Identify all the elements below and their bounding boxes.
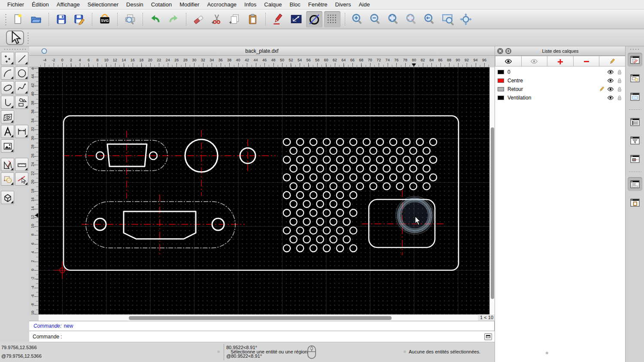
- connector-clearance-outline[interactable]: [86, 202, 235, 248]
- menu-item-cotation[interactable]: Cotation: [147, 1, 176, 8]
- menu-item-aide[interactable]: Aide: [355, 1, 374, 8]
- vent-hole[interactable]: [390, 174, 397, 181]
- vent-hole[interactable]: [297, 227, 304, 234]
- layer-lock-icon[interactable]: [616, 86, 623, 92]
- tool-polyline-button[interactable]: [1, 96, 14, 109]
- cut-button[interactable]: [209, 11, 225, 27]
- vent-hole[interactable]: [337, 209, 343, 216]
- eraser-button[interactable]: [191, 11, 207, 27]
- dock-clipboard-widget-button[interactable]: [628, 196, 642, 209]
- vent-hole[interactable]: [303, 200, 310, 207]
- dock-block-list-button[interactable]: [628, 71, 642, 85]
- dock-library-button[interactable]: [628, 90, 642, 103]
- vent-hole[interactable]: [310, 227, 317, 234]
- vent-hole[interactable]: [283, 227, 290, 234]
- vent-hole[interactable]: [316, 165, 323, 172]
- vent-hole[interactable]: [297, 139, 304, 145]
- vent-hole[interactable]: [283, 156, 290, 163]
- save-button[interactable]: [53, 11, 70, 27]
- vent-hole[interactable]: [350, 209, 357, 216]
- tool-image-button[interactable]: [1, 139, 14, 153]
- vent-hole[interactable]: [416, 139, 423, 145]
- vent-hole[interactable]: [337, 156, 343, 163]
- vent-hole[interactable]: [403, 156, 410, 163]
- vent-hole[interactable]: [310, 174, 317, 181]
- vent-hole[interactable]: [350, 192, 357, 199]
- tool-points-button[interactable]: [1, 52, 14, 65]
- vent-hole[interactable]: [430, 139, 437, 145]
- tool-modify-button[interactable]: [1, 158, 14, 171]
- layer-lock-icon[interactable]: [616, 95, 623, 101]
- vent-hole[interactable]: [350, 139, 357, 145]
- tool-hatch-button[interactable]: [1, 110, 14, 124]
- vent-hole[interactable]: [363, 156, 370, 163]
- vent-hole[interactable]: [430, 156, 437, 163]
- print-preview-button[interactable]: [122, 11, 138, 27]
- vent-hole[interactable]: [350, 174, 357, 181]
- float-panel-button[interactable]: [505, 48, 511, 54]
- vent-hole[interactable]: [396, 147, 403, 154]
- vent-hole[interactable]: [330, 147, 337, 154]
- layer-visibility-eye-icon[interactable]: [607, 69, 614, 75]
- dock-filter-button[interactable]: [628, 133, 642, 147]
- vent-hole[interactable]: [316, 218, 323, 225]
- menu-item-affichage[interactable]: Affichage: [53, 1, 84, 8]
- tool-spline-button[interactable]: [15, 81, 28, 94]
- menu-item-selectionner[interactable]: Sélectionner: [84, 1, 122, 8]
- vent-hole[interactable]: [297, 245, 304, 252]
- vent-hole[interactable]: [330, 183, 337, 190]
- layer-visibility-eye-icon[interactable]: [607, 86, 614, 92]
- vent-hole[interactable]: [290, 218, 297, 225]
- horizontal-scrollbar-thumb[interactable]: [129, 316, 392, 320]
- vent-hole[interactable]: [303, 147, 310, 154]
- hide-all-button[interactable]: [522, 56, 548, 66]
- tool-circle-button[interactable]: [15, 66, 28, 80]
- layer-visibility-eye-icon[interactable]: [607, 78, 614, 84]
- svg-export-button[interactable]: SVG: [97, 11, 113, 27]
- vent-hole[interactable]: [343, 183, 350, 190]
- vent-hole[interactable]: [323, 156, 330, 163]
- close-panel-button[interactable]: [497, 48, 503, 54]
- vent-hole[interactable]: [303, 183, 310, 190]
- vent-hole[interactable]: [343, 200, 350, 207]
- zoom-selection-button[interactable]: [404, 11, 420, 27]
- line-rect-button[interactable]: [288, 11, 304, 27]
- vent-hole[interactable]: [303, 218, 310, 225]
- zoom-pan-button[interactable]: [458, 11, 474, 27]
- vent-hole[interactable]: [430, 174, 437, 181]
- drawing-canvas[interactable]: [39, 67, 489, 314]
- vent-hole[interactable]: [396, 165, 403, 172]
- vent-hole[interactable]: [290, 147, 297, 154]
- vent-hole[interactable]: [283, 245, 290, 252]
- copy-button[interactable]: [227, 11, 243, 27]
- tool-text-button[interactable]: [1, 125, 14, 138]
- vent-hole[interactable]: [356, 183, 363, 190]
- add-layer-button[interactable]: [547, 56, 574, 66]
- menu-item-fenetre[interactable]: Fenêtre: [304, 1, 331, 8]
- layer-lock-icon[interactable]: [616, 78, 623, 84]
- layer-visibility-eye-icon[interactable]: [607, 95, 614, 101]
- zoom-window-button[interactable]: [440, 11, 456, 27]
- tool-line-button[interactable]: [15, 52, 28, 65]
- vent-hole[interactable]: [290, 200, 297, 207]
- menu-item-bloc[interactable]: Bloc: [286, 1, 304, 8]
- vent-hole[interactable]: [416, 156, 423, 163]
- vent-hole[interactable]: [316, 183, 323, 190]
- vent-hole[interactable]: [363, 139, 370, 145]
- vent-hole[interactable]: [310, 209, 317, 216]
- vent-hole[interactable]: [343, 147, 350, 154]
- menu-item-dessin[interactable]: Dessin: [122, 1, 147, 8]
- redo-button[interactable]: [165, 11, 182, 27]
- undo-button[interactable]: [147, 11, 164, 27]
- dock-layer-list-button[interactable]: [628, 53, 642, 66]
- tool-arc-button[interactable]: [1, 66, 14, 80]
- menu-item-edition[interactable]: Édition: [28, 1, 53, 8]
- vent-hole[interactable]: [350, 245, 357, 252]
- vent-hole[interactable]: [343, 218, 350, 225]
- vent-hole[interactable]: [363, 174, 370, 181]
- layer-row-0[interactable]: 0: [495, 68, 626, 76]
- vent-hole[interactable]: [377, 139, 383, 145]
- vent-hole[interactable]: [396, 183, 403, 190]
- vent-hole[interactable]: [283, 192, 290, 199]
- vent-hole[interactable]: [330, 200, 337, 207]
